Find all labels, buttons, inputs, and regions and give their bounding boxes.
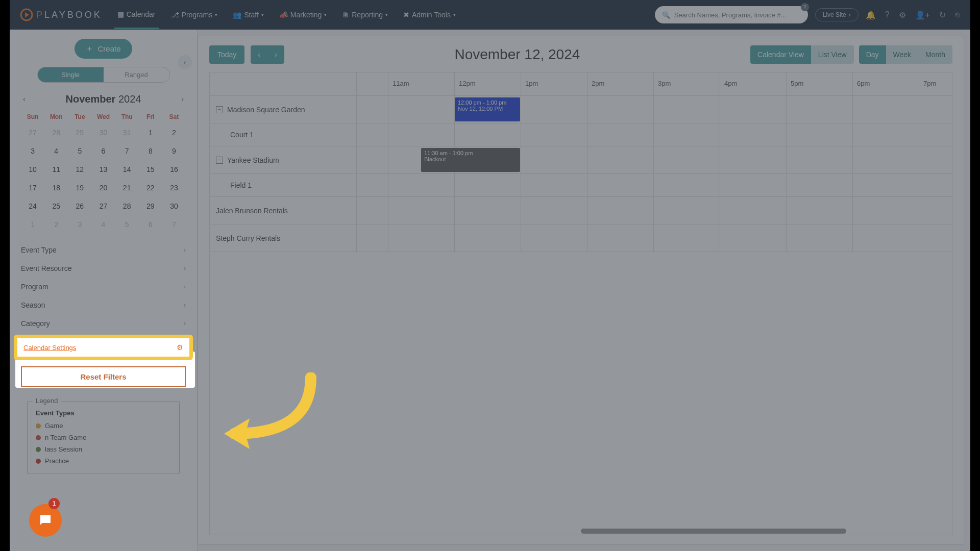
nav-calendar[interactable]: ▦Calendar (114, 1, 159, 29)
timeline-slot[interactable] (720, 123, 787, 146)
timeline-slot[interactable] (853, 123, 919, 146)
horizontal-scrollbar[interactable] (581, 529, 846, 534)
timeline-slot[interactable] (853, 197, 919, 224)
calendar-settings-link[interactable]: Calendar Settings (23, 344, 76, 352)
timeline-slot[interactable] (587, 224, 654, 252)
nav-staff[interactable]: 👥Staff▾ (230, 2, 267, 28)
calendar-day[interactable]: 15 (139, 160, 162, 179)
calendar-day[interactable]: 7 (115, 142, 139, 160)
search-input[interactable] (674, 11, 801, 19)
timeline-slot[interactable] (919, 224, 952, 252)
calendar-day[interactable]: 25 (44, 197, 68, 215)
calendar-day[interactable]: 6 (139, 215, 162, 234)
collapse-icon[interactable]: − (216, 106, 223, 113)
calendar-day[interactable]: 4 (91, 215, 115, 234)
sidebar-collapse-button[interactable]: ‹ (178, 55, 192, 69)
help-icon[interactable]: ? (885, 10, 890, 20)
calendar-day[interactable]: 5 (68, 142, 91, 160)
create-button[interactable]: ＋Create (75, 39, 132, 59)
timeline-slot[interactable] (587, 197, 654, 224)
calendar-day[interactable]: 30 (162, 197, 186, 215)
mode-single[interactable]: Single (38, 67, 104, 82)
timeline-slot[interactable] (455, 197, 521, 224)
timeline-slot[interactable] (587, 96, 654, 123)
prev-day-button[interactable]: ‹ (251, 45, 267, 64)
nav-admin-tools[interactable]: ✖Admin Tools▾ (400, 2, 459, 28)
calendar-day[interactable]: 14 (115, 160, 139, 179)
add-user-icon[interactable]: 👤+ (915, 10, 930, 20)
calendar-day[interactable]: 24 (21, 197, 44, 215)
timeline-slot[interactable] (388, 197, 455, 224)
timeline-slot[interactable] (853, 96, 919, 123)
bell-icon[interactable]: 🔔 (866, 10, 876, 20)
timeline-slot[interactable] (521, 96, 587, 123)
timeline-slot[interactable] (654, 123, 720, 146)
timeline-slot[interactable] (919, 96, 952, 123)
timeline-slot[interactable] (720, 224, 787, 252)
timeline-slot[interactable] (787, 174, 853, 196)
timeline-slot[interactable] (720, 96, 787, 123)
calendar-day[interactable]: 12 (68, 160, 91, 179)
next-month-button[interactable]: › (179, 93, 186, 105)
chat-widget[interactable]: 1 (29, 498, 68, 537)
filter-row[interactable]: Event Type› (21, 241, 186, 259)
timeline-slot[interactable] (587, 146, 654, 173)
logout-icon[interactable]: ⎋ (955, 10, 960, 20)
calendar-event-blackout[interactable]: 11:30 am - 1:00 pmBlackout (421, 148, 520, 172)
timeline-slot[interactable] (787, 96, 853, 123)
calendar-day[interactable]: 5 (115, 215, 139, 234)
timeline-slot[interactable] (720, 146, 787, 173)
calendar-day[interactable]: 29 (68, 123, 91, 142)
calendar-day[interactable]: 11 (44, 160, 68, 179)
timeline-slot[interactable] (787, 197, 853, 224)
today-button[interactable]: Today (209, 45, 244, 64)
gear-icon[interactable]: ⚙ (899, 10, 906, 20)
timeline-slot[interactable] (388, 123, 455, 146)
search-help-icon[interactable]: ? (801, 3, 809, 11)
logo[interactable]: PLAYBOOK (20, 8, 102, 21)
timeline-slot[interactable] (455, 174, 521, 196)
live-site-button[interactable]: Live Site› (815, 8, 859, 21)
timeline-slot[interactable] (919, 146, 952, 173)
list-view-tab[interactable]: List View (811, 45, 854, 64)
calendar-day[interactable]: 3 (68, 215, 91, 234)
timeline-slot[interactable] (654, 174, 720, 196)
timeline-slot[interactable] (853, 146, 919, 173)
timeline-slot[interactable] (521, 146, 587, 173)
calendar-day[interactable]: 26 (68, 197, 91, 215)
resource-label[interactable]: −Yankee Stadium (210, 146, 357, 173)
resource-label[interactable]: Steph Curry Rentals (210, 224, 357, 252)
calendar-day[interactable]: 1 (21, 215, 44, 234)
next-day-button[interactable]: › (267, 45, 284, 64)
global-search[interactable]: 🔍 ? (655, 6, 808, 23)
timeline-slot[interactable] (521, 224, 587, 252)
timeline-slot[interactable] (587, 174, 654, 196)
nav-marketing[interactable]: 📣Marketing▾ (276, 2, 330, 28)
calendar-day[interactable]: 23 (162, 179, 186, 197)
calendar-day[interactable]: 19 (68, 179, 91, 197)
calendar-day[interactable]: 18 (44, 179, 68, 197)
calendar-day[interactable]: 8 (139, 142, 162, 160)
timeline-slot[interactable] (521, 174, 587, 196)
timeline-slot[interactable] (919, 197, 952, 224)
filter-row[interactable]: Category› (21, 314, 186, 333)
gear-icon[interactable]: ⚙ (177, 343, 183, 352)
calendar-day[interactable]: 17 (21, 179, 44, 197)
filter-row[interactable]: Event Resource› (21, 259, 186, 278)
calendar-day[interactable]: 6 (91, 142, 115, 160)
timeline-slot[interactable] (455, 224, 521, 252)
calendar-day[interactable]: 21 (115, 179, 139, 197)
timeline-slot[interactable] (455, 123, 521, 146)
timeline-slot[interactable] (919, 123, 952, 146)
collapse-icon[interactable]: − (216, 157, 223, 164)
timeline-slot[interactable] (388, 224, 455, 252)
timeline-slot[interactable] (787, 123, 853, 146)
timeline-slot[interactable] (853, 174, 919, 196)
resource-label[interactable]: Court 1 (210, 123, 357, 146)
timeline-slot[interactable] (787, 224, 853, 252)
calendar-view-tab[interactable]: Calendar View (750, 45, 811, 64)
calendar-day[interactable]: 29 (139, 197, 162, 215)
calendar-day[interactable]: 28 (44, 123, 68, 142)
period-day[interactable]: Day (859, 45, 886, 64)
period-month[interactable]: Month (918, 45, 952, 64)
